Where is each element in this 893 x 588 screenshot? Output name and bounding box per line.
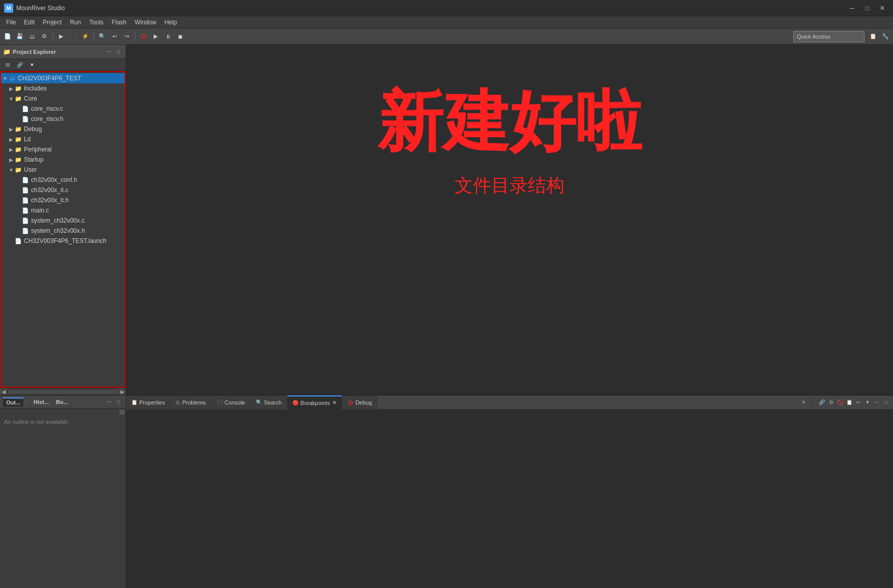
mb-tab-search[interactable]: 🔍 Search [251, 395, 287, 410]
bottom-content: Out... ✕ Hist... Bo... ─ □ [0, 395, 893, 588]
close-outline[interactable]: ✕ [24, 399, 28, 405]
toolbar-btn10[interactable]: ↪ [121, 31, 132, 42]
expander-ld[interactable]: ▶ [8, 137, 14, 142]
expander-root[interactable]: ▼ [2, 76, 8, 81]
toolbar-btn3[interactable]: 🗂 [26, 31, 38, 42]
expander-debug[interactable]: ▶ [8, 127, 14, 132]
expander-user[interactable]: ▼ [8, 167, 14, 173]
mb-tab-properties[interactable]: 📋 Properties [126, 395, 170, 410]
tree-item-ld[interactable]: ▶ 📁 Ld [1, 134, 125, 144]
tree-item-conf-h[interactable]: 📄 ch32v00x_conf.h [1, 175, 125, 185]
explorer-collapse-all[interactable]: ⊟ [2, 59, 13, 71]
outline-tab-hist[interactable]: Hist... [31, 398, 52, 406]
toolbar-btn6[interactable]: ⬛ [68, 31, 79, 42]
toolbar-btn5[interactable]: ▶ [55, 31, 67, 42]
toolbar-sep3 [135, 32, 135, 41]
expander-core[interactable]: ▼ [8, 96, 14, 102]
outline-scroll-thumb[interactable] [120, 410, 125, 415]
outline-panel-controls: ─ □ [105, 398, 123, 406]
mb-ctrl-btn2[interactable]: ⬛ [809, 398, 817, 407]
mb-tab-debug[interactable]: 🐞 Debug [342, 395, 377, 410]
tree-item-user[interactable]: ▼ 📁 User [1, 165, 125, 175]
problems-icon: ⚠ [175, 399, 180, 405]
toolbar-btn12[interactable]: ▶ [150, 31, 161, 42]
mb-ctrl-btn5[interactable]: 🚫 [836, 398, 844, 407]
menu-flash[interactable]: Flash [107, 18, 130, 27]
toolbar-save[interactable]: 💾 [14, 31, 25, 42]
toolbar-btn9[interactable]: ↩ [109, 31, 120, 42]
mb-ctrl-btn9[interactable]: ─ [873, 398, 881, 407]
menu-window[interactable]: Window [131, 18, 161, 27]
expander-startup[interactable]: ▶ [8, 157, 14, 163]
toolbar-btn14[interactable]: ⏹ [174, 31, 186, 42]
tree-label-system-c: system_ch32v00x.c [31, 217, 84, 224]
outline-tab-out[interactable]: Out... [3, 397, 23, 407]
tree-item-debug[interactable]: ▶ 📁 Debug [1, 124, 125, 134]
project-tree[interactable]: ▼ 🗂 CH32V003F4P6_TEST ▶ 📁 Includes ▼ 📁 [0, 71, 126, 388]
scroll-right-btn[interactable]: ▶ [118, 388, 126, 395]
mb-ctrl-btn3[interactable]: 🔗 [818, 398, 826, 407]
toolbar-new[interactable]: 📄 [2, 31, 13, 42]
file-icon-core-riscvh: 📄 [21, 115, 29, 123]
tree-item-startup[interactable]: ▶ 📁 Startup [1, 154, 125, 165]
tree-item-includes[interactable]: ▶ 📁 Includes [1, 83, 125, 94]
explorer-link[interactable]: 🔗 [14, 59, 25, 71]
tree-item-system-h[interactable]: 📄 system_ch32v00x.h [1, 226, 125, 236]
mb-ctrl-btn6[interactable]: 📋 [845, 398, 853, 407]
editor-area: 新建好啦 文件目录结构 [126, 45, 893, 395]
app-logo: M [4, 4, 13, 13]
outline-minimize-btn[interactable]: ─ [105, 398, 113, 406]
panel-minimize-btn[interactable]: ─ [105, 48, 113, 56]
mb-ctrl-btn7[interactable]: ↩ [854, 398, 862, 407]
mb-ctrl-btn4[interactable]: ⚙ [827, 398, 835, 407]
tree-label-user: User [24, 166, 37, 173]
mb-ctrl-btn10[interactable]: □ [882, 398, 890, 407]
toolbar-perspective1[interactable]: 📋 [868, 31, 879, 42]
left-panel: 📁 Project Explorer ─ □ ⊟ 🔗 ▼ ▼ [0, 45, 126, 395]
mb-tab-problems[interactable]: ⚠ Problems [170, 395, 211, 410]
menu-edit[interactable]: Edit [20, 18, 39, 27]
tree-item-system-c[interactable]: 📄 system_ch32v00x.c [1, 215, 125, 226]
tree-item-core-riscvc[interactable]: 📄 core_riscv.c [1, 104, 125, 114]
project-icon-tree: 🗂 [8, 74, 16, 82]
mb-ctrl-btn1[interactable]: ✕ [799, 398, 808, 407]
menu-file[interactable]: File [2, 18, 20, 27]
h-scrollbar[interactable] [8, 390, 117, 394]
editor-content-overlay: 新建好啦 文件目录结构 [377, 85, 642, 198]
mb-tab-console-label: Console [225, 399, 245, 406]
mb-tab-breakpoints[interactable]: 🔴 Breakpoints ✕ [287, 395, 342, 410]
tree-item-peripheral[interactable]: ▶ 📁 Peripheral [1, 144, 125, 154]
main-bottom-body [126, 410, 893, 588]
tree-item-launch[interactable]: 📄 CH32V003F4P6_TEST.launch [1, 236, 125, 246]
outline-tab-bo[interactable]: Bo... [53, 398, 71, 406]
toolbar-btn8[interactable]: 🔍 [97, 31, 108, 42]
mb-tab-console[interactable]: ⬛ Console [212, 395, 251, 410]
expander-includes[interactable]: ▶ [8, 86, 14, 91]
tree-item-core[interactable]: ▼ 📁 Core [1, 94, 125, 104]
breakpoints-close-btn[interactable]: ✕ [332, 399, 337, 406]
mb-ctrl-btn8[interactable]: ▼ [864, 398, 872, 407]
menu-project[interactable]: Project [39, 18, 66, 27]
toolbar-btn13[interactable]: ⏸ [162, 31, 173, 42]
minimize-button[interactable]: ─ [845, 3, 858, 13]
tree-item-main-c[interactable]: 📄 main.c [1, 205, 125, 215]
menu-run[interactable]: Run [66, 18, 85, 27]
toolbar-btn11[interactable]: 🐞 [138, 31, 149, 42]
close-button[interactable]: ✕ [876, 3, 889, 13]
explorer-menu[interactable]: ▼ [26, 59, 38, 71]
maximize-button[interactable]: □ [860, 3, 874, 13]
outline-maximize-btn[interactable]: □ [114, 398, 123, 406]
toolbar-btn7[interactable]: ⚡ [80, 31, 91, 42]
toolbar-btn4[interactable]: ⚙ [39, 31, 50, 42]
scroll-left-btn[interactable]: ◀ [0, 388, 7, 395]
menu-tools[interactable]: Tools [85, 18, 107, 27]
panel-maximize-btn[interactable]: □ [114, 48, 123, 56]
quick-access-box[interactable]: Quick Access [793, 31, 865, 42]
toolbar-perspective2[interactable]: 🔧 [880, 31, 891, 42]
tree-item-it-c[interactable]: 📄 ch32v00x_it.c [1, 185, 125, 195]
tree-item-root[interactable]: ▼ 🗂 CH32V003F4P6_TEST [1, 73, 125, 83]
tree-item-core-riscvh[interactable]: 📄 core_riscv.h [1, 114, 125, 124]
menu-help[interactable]: Help [160, 18, 181, 27]
tree-item-it-h[interactable]: 📄 ch32v00x_it.h [1, 195, 125, 205]
expander-peripheral[interactable]: ▶ [8, 147, 14, 152]
